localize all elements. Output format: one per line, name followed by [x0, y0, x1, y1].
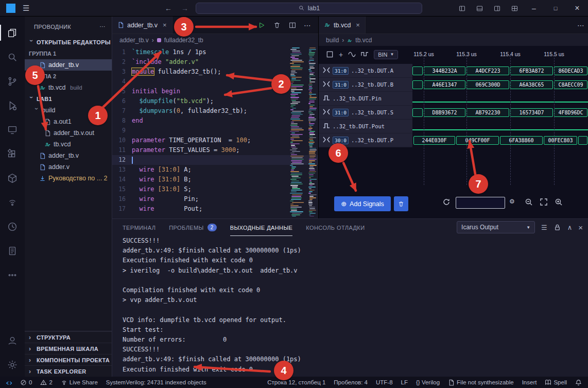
- panel-tab-КОНСОЛЬ ОТЛАДКИ[interactable]: КОНСОЛЬ ОТЛАДКИ: [306, 219, 365, 236]
- format-select[interactable]: BIN▼: [374, 50, 398, 59]
- status-item-book[interactable]: Spell: [545, 379, 567, 386]
- toggle-panel-icon[interactable]: [471, 0, 488, 16]
- activity-item-notes[interactable]: [0, 239, 25, 263]
- output-channel-select[interactable]: Icarus Output▼: [457, 221, 535, 233]
- activity-item-remote-explorer[interactable]: [0, 117, 25, 142]
- wave-search-input[interactable]: [456, 197, 505, 209]
- sidebar-section-ВРЕМЕННАЯ ШКАЛА[interactable]: ›ВРЕМЕННАЯ ШКАЛА: [25, 343, 112, 354]
- toggle-sidebar-icon[interactable]: [453, 0, 471, 16]
- status-item-UTF-8[interactable]: UTF-8: [376, 379, 393, 385]
- activity-item-source-control[interactable]: [0, 69, 25, 93]
- delete-signals-button[interactable]: [394, 196, 408, 211]
- run-button[interactable]: [257, 21, 266, 29]
- tree-item-ГРУППА-1[interactable]: ГРУППА 1: [25, 48, 112, 59]
- panel-tab-ВЫХОДНЫЕ ДАННЫЕ[interactable]: ВЫХОДНЫЕ ДАННЫЕ: [230, 219, 293, 236]
- tree-item-adder_tb.v.out[interactable]: adder_tb.v.out: [25, 127, 112, 139]
- breadcrumb-folder[interactable]: build: [326, 37, 339, 44]
- wave-row: 244E030F049CF00F6FA3886000FEC803: [412, 133, 588, 147]
- status-item-warning[interactable]: 2: [40, 379, 52, 386]
- signal-name-row[interactable]: 31:0..32_tb.DUT.B: [319, 78, 412, 92]
- tree-item-tb.vcd[interactable]: tb.vcd: [25, 139, 112, 150]
- close-button[interactable]: ×: [566, 0, 588, 16]
- status-item-doc[interactable]: File not synthesizable: [448, 379, 514, 386]
- menu-icon[interactable]: ☰: [23, 4, 29, 13]
- nav-back-icon[interactable]: ←: [165, 4, 172, 12]
- signal-label: ..32_tb.DUT.B: [351, 81, 393, 88]
- breadcrumb-file[interactable]: adder_tb.v: [119, 37, 149, 44]
- value-box-icon[interactable]: [326, 50, 334, 58]
- editor-more-icon[interactable]: ⋯: [304, 21, 311, 29]
- code-lines[interactable]: 1`timescale 1ns / 1ps2`include "adder.v"…: [112, 46, 318, 218]
- tab-adder-tb-v[interactable]: adder_tb.v ×: [112, 16, 172, 33]
- overview-ruler[interactable]: [308, 47, 317, 216]
- output-console[interactable]: SUCCESS!!!adder_tb.v:49: $finish called …: [123, 236, 585, 376]
- breadcrumb-symbol[interactable]: fulladder32_tb: [164, 37, 203, 44]
- sine-wave-icon[interactable]: [348, 50, 356, 58]
- lock-scroll-icon[interactable]: [554, 224, 561, 231]
- zoom-fit-icon[interactable]: [540, 198, 548, 206]
- output-filter-icon[interactable]: ☰: [541, 224, 547, 231]
- status-item-SystemVerilog:[interactable]: SystemVerilog: 24731 indexed objects: [106, 379, 206, 385]
- breadcrumb[interactable]: adder_tb.v › fulladder32_tb: [112, 34, 318, 46]
- editor-more-icon[interactable]: ⋯: [577, 21, 584, 29]
- sidebar-section-СТРУКТУРА[interactable]: ›СТРУКТУРА: [25, 331, 112, 343]
- signal-name-row[interactable]: 31:0..32_tb.DUT.S: [319, 106, 412, 120]
- status-item-Пробелов:[interactable]: Пробелов: 4: [334, 379, 368, 385]
- tab-close-icon[interactable]: ×: [163, 21, 167, 29]
- sidebar-section-TASK EXPLORER[interactable]: ›TASK EXPLORER: [25, 365, 112, 377]
- activity-item-run-debug[interactable]: [0, 93, 25, 117]
- nav-forward-icon[interactable]: →: [181, 4, 188, 12]
- tree-item-Руководство-по-...-2[interactable]: Руководство по ... 2: [25, 173, 112, 184]
- activity-item-extensions[interactable]: [0, 142, 25, 166]
- status-item-broadcast[interactable]: Live Share: [61, 379, 98, 386]
- tab-tb-vcd[interactable]: tb.vcd ×: [319, 16, 366, 33]
- activity-item-history[interactable]: [0, 214, 25, 239]
- tree-item-adder.v[interactable]: adder.v: [25, 161, 112, 173]
- status-item-bell[interactable]: [575, 379, 582, 386]
- maximize-button[interactable]: □: [545, 0, 566, 16]
- activity-item-more[interactable]: [0, 263, 25, 287]
- status-item-Insert[interactable]: Insert: [522, 379, 537, 385]
- tree-item-ОТКРЫТЫЕ-РЕДАКТОРЫ[interactable]: ›ОТКРЫТЫЕ РЕДАКТОРЫ: [25, 37, 112, 48]
- tab-close-icon[interactable]: ×: [356, 21, 360, 29]
- activity-item-settings[interactable]: [0, 352, 25, 377]
- square-wave-icon[interactable]: [361, 50, 369, 58]
- status-item-circle-slash[interactable]: 0: [20, 379, 32, 386]
- minimize-button[interactable]: –: [523, 0, 545, 16]
- split-editor-icon[interactable]: [288, 21, 297, 29]
- activity-item-containers[interactable]: [0, 166, 25, 190]
- status-item-remote[interactable]: [4, 379, 12, 386]
- sidebar-section-КОМПОНЕНТЫ ПРОЕКТА[interactable]: ›КОМПОНЕНТЫ ПРОЕКТА: [25, 354, 112, 365]
- search-box[interactable]: lab1: [196, 3, 422, 14]
- gear-icon[interactable]: ⚙: [509, 198, 515, 205]
- signal-name-row[interactable]: 31:0..32_tb.DUT.A: [319, 64, 412, 78]
- zoom-in-icon[interactable]: [555, 198, 563, 206]
- activity-item-broadcast[interactable]: [0, 190, 25, 214]
- minimap[interactable]: [290, 47, 304, 216]
- sidebar-more-icon[interactable]: ⋯: [100, 23, 106, 30]
- signal-name-row[interactable]: ..32_tb.DUT.Pin: [319, 92, 412, 106]
- maximize-panel-icon[interactable]: ∧: [567, 224, 573, 231]
- signal-name-row[interactable]: ..32_tb.DUT.Pout: [319, 120, 412, 133]
- activity-item-account[interactable]: [0, 328, 25, 352]
- tree-item-LAB1[interactable]: ›LAB1: [25, 93, 112, 105]
- activity-item-explorer[interactable]: [0, 21, 25, 45]
- trash-icon[interactable]: [273, 21, 281, 29]
- panel-tab-ПРОБЛЕМЫ[interactable]: ПРОБЛЕМЫ2: [169, 219, 216, 236]
- status-item-LF[interactable]: LF: [401, 379, 408, 385]
- close-panel-icon[interactable]: ×: [578, 223, 583, 232]
- toggle-secondary-sidebar-icon[interactable]: [488, 0, 506, 16]
- breadcrumb-file[interactable]: tb.vcd: [355, 37, 372, 44]
- status-item-Строка[interactable]: Строка 12, столбец 1: [267, 379, 325, 385]
- activity-item-search[interactable]: [0, 45, 25, 69]
- customize-layout-icon[interactable]: [506, 0, 523, 16]
- refresh-icon[interactable]: [442, 198, 451, 206]
- zoom-out-icon[interactable]: [525, 198, 533, 206]
- line-number: 14: [112, 175, 132, 184]
- status-item-{}[interactable]: {} Verilog: [416, 379, 440, 385]
- panel-tab-ТЕРМИНАЛ[interactable]: ТЕРМИНАЛ: [123, 219, 155, 236]
- add-marker-icon[interactable]: +: [339, 50, 343, 59]
- tree-item-adder_tb.v[interactable]: adder_tb.v: [25, 150, 112, 161]
- add-signals-button[interactable]: ⊕Add Signals: [334, 196, 391, 211]
- breadcrumb[interactable]: build › tb.vcd: [319, 34, 588, 46]
